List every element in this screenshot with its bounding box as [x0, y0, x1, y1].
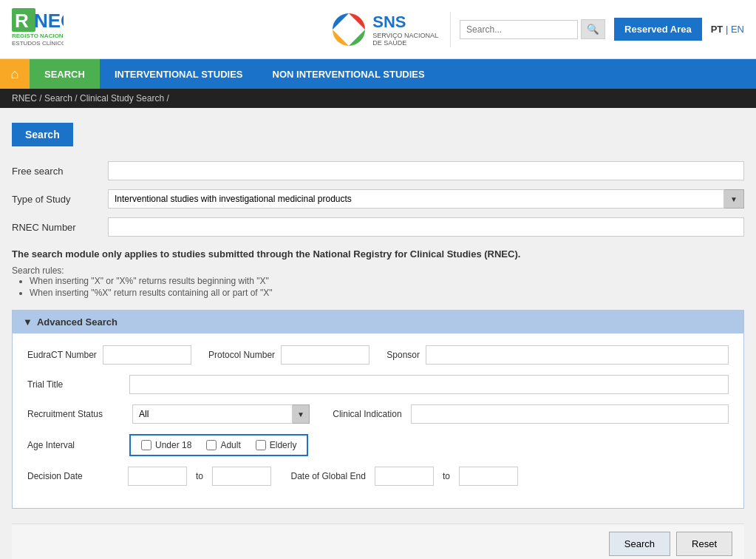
eudract-protocol-sponsor-row: EudraCT Number Protocol Number Sponsor: [27, 345, 729, 365]
sns-logo: SNS SERVIÇO NACIONAL DE SAÚDE: [331, 12, 451, 47]
rnec-logo: R NEC REGISTO NACIONAL ESTUDOS CLÍNICOS: [12, 8, 64, 51]
age-adult-label: Adult: [220, 440, 240, 450]
sponsor-input[interactable]: [426, 345, 729, 365]
main-content: Search Free search Type of Study Interve…: [0, 108, 756, 559]
bottom-reset-button[interactable]: Reset: [676, 532, 732, 556]
advanced-search-section: ▼ Advanced Search EudraCT Number Protoco…: [12, 310, 744, 509]
sns-sub1: SERVIÇO NACIONAL: [372, 32, 438, 39]
svg-text:R: R: [15, 10, 29, 32]
bottom-search-button[interactable]: Search: [609, 532, 670, 556]
age-elderly-label: Elderly: [270, 440, 297, 450]
search-rule-1: When inserting "X" or "X%" returns resul…: [30, 276, 744, 286]
lang-pt[interactable]: PT: [711, 24, 723, 35]
recruitment-select-arrow: ▼: [293, 404, 310, 424]
age-adult-option[interactable]: Adult: [206, 440, 240, 450]
eudract-input[interactable]: [103, 345, 191, 365]
protocol-input[interactable]: [281, 345, 370, 365]
navigation-bar: ⌂ SEARCH INTERVENTIONAL STUDIES NON INTE…: [0, 59, 756, 89]
logo-area: R NEC REGISTO NACIONAL ESTUDOS CLÍNICOS: [12, 8, 331, 51]
clinical-indication-label: Clinical Indication: [333, 409, 401, 419]
header-search-bar: 🔍: [460, 19, 605, 39]
date-row: Decision Date to Date of Global End to: [27, 467, 729, 486]
nav-item-interventional[interactable]: INTERVENTIONAL STUDIES: [100, 59, 258, 89]
breadcrumb: RNEC / Search / Clinical Study Search /: [0, 89, 756, 108]
svg-point-5: [341, 22, 356, 37]
search-icon: 🔍: [587, 24, 599, 35]
global-end-to: to: [443, 471, 450, 481]
age-under18-option[interactable]: Under 18: [141, 440, 191, 450]
decision-date-from-input[interactable]: [128, 467, 187, 486]
clinical-indication-input[interactable]: [411, 404, 729, 424]
rnec-number-label: RNEC Number: [12, 222, 108, 233]
lang-sep: |: [726, 24, 731, 35]
recruitment-select-wrapper: All Ongoing Completed Suspended ▼: [132, 404, 310, 424]
free-search-label: Free search: [12, 166, 108, 177]
header-right: SNS SERVIÇO NACIONAL DE SAÚDE 🔍 Reserved…: [331, 12, 744, 47]
global-end-from-input[interactable]: [375, 467, 434, 486]
header: R NEC REGISTO NACIONAL ESTUDOS CLÍNICOS …: [0, 0, 756, 59]
svg-text:REGISTO NACIONAL: REGISTO NACIONAL: [12, 33, 64, 39]
advanced-search-label: Advanced Search: [37, 316, 118, 328]
trial-title-row: Trial Title: [27, 375, 729, 394]
protocol-label: Protocol Number: [208, 350, 275, 360]
trial-title-input[interactable]: [129, 375, 729, 394]
search-rule-2: When inserting "%X" return results conta…: [30, 288, 744, 298]
sns-text-block: SNS SERVIÇO NACIONAL DE SAÚDE: [372, 13, 438, 47]
select-arrow-icon: ▼: [724, 189, 744, 209]
header-search-button[interactable]: 🔍: [581, 19, 605, 39]
rnec-number-input[interactable]: [108, 217, 744, 237]
free-search-row: Free search: [12, 161, 744, 180]
info-text: The search module only applies to studie…: [12, 248, 744, 260]
recruitment-clinical-row: Recruitment Status All Ongoing Completed…: [27, 404, 729, 424]
decision-date-label: Decision Date: [27, 471, 123, 481]
search-rules: Search rules: When inserting "X" or "X%"…: [12, 265, 744, 298]
age-elderly-checkbox[interactable]: [256, 440, 266, 450]
home-button[interactable]: ⌂: [0, 59, 30, 89]
age-under18-label: Under 18: [155, 440, 191, 450]
age-interval-label: Age Interval: [27, 440, 123, 450]
nav-item-search[interactable]: SEARCH: [30, 59, 100, 89]
collapse-icon: ▼: [23, 316, 33, 328]
recruitment-status-select[interactable]: All Ongoing Completed Suspended: [132, 404, 293, 424]
advanced-search-body: EudraCT Number Protocol Number Sponsor T…: [13, 333, 743, 508]
svg-text:ESTUDOS CLÍNICOS: ESTUDOS CLÍNICOS: [12, 40, 64, 47]
age-interval-row: Age Interval Under 18 Adult Elderly: [27, 434, 729, 456]
sns-sub2: DE SAÚDE: [372, 39, 438, 47]
search-button-top[interactable]: Search: [12, 123, 73, 146]
reserved-area-button[interactable]: Reserved Area: [614, 18, 702, 41]
sponsor-label: Sponsor: [386, 350, 420, 360]
decision-date-to-input[interactable]: [212, 467, 271, 486]
global-end-label: Date of Global End: [290, 471, 365, 481]
age-interval-box: Under 18 Adult Elderly: [129, 434, 308, 456]
free-search-input[interactable]: [108, 161, 744, 180]
bottom-buttons: Search Reset: [12, 524, 744, 559]
nav-item-non-interventional[interactable]: NON INTERVENTIONAL STUDIES: [258, 59, 440, 89]
type-of-study-label: Type of Study: [12, 194, 108, 205]
lang-en[interactable]: EN: [731, 24, 744, 35]
age-under18-checkbox[interactable]: [141, 440, 151, 450]
sns-circle-logo: [331, 12, 367, 47]
trial-title-label: Trial Title: [27, 379, 123, 390]
header-search-input[interactable]: [460, 20, 578, 39]
sns-label: SNS: [372, 13, 438, 32]
decision-date-to: to: [196, 471, 203, 481]
type-of-study-select-wrapper: Interventional studies with investigatio…: [108, 189, 744, 209]
advanced-search-toggle[interactable]: ▼ Advanced Search: [13, 311, 743, 333]
age-adult-checkbox[interactable]: [206, 440, 217, 450]
search-rules-label: Search rules:: [12, 265, 744, 276]
age-elderly-option[interactable]: Elderly: [256, 440, 297, 450]
type-of-study-row: Type of Study Interventional studies wit…: [12, 189, 744, 209]
eudract-label: EudraCT Number: [27, 350, 97, 360]
svg-text:NEC: NEC: [34, 10, 64, 32]
rnec-number-row: RNEC Number: [12, 217, 744, 237]
type-of-study-select[interactable]: Interventional studies with investigatio…: [108, 189, 724, 209]
recruitment-status-label: Recruitment Status: [27, 409, 123, 419]
global-end-to-input[interactable]: [459, 467, 518, 486]
language-switcher: PT | EN: [711, 24, 744, 35]
